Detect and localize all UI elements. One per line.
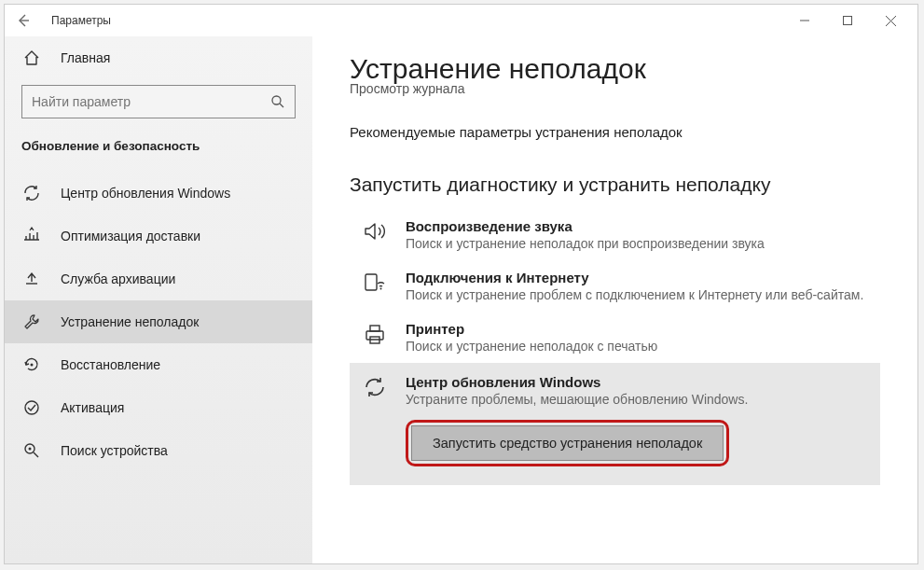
wrench-icon — [21, 312, 42, 332]
troubleshooter-title: Центр обновления Windows — [406, 374, 880, 390]
section-header: Запустить диагностику и устранить непола… — [350, 174, 880, 196]
sidebar-item-label: Устранение неполадок — [61, 314, 199, 329]
close-button[interactable] — [869, 7, 912, 35]
sidebar-item-delivery-optimization[interactable]: Оптимизация доставки — [5, 215, 312, 257]
troubleshooter-title: Подключения к Интернету — [406, 270, 880, 285]
svg-rect-14 — [370, 326, 379, 331]
maximize-button[interactable] — [826, 7, 869, 35]
search-icon — [270, 94, 285, 109]
sidebar-item-label: Служба архивации — [61, 271, 175, 286]
window-title: Параметры — [51, 14, 111, 27]
sync-icon — [21, 183, 42, 203]
troubleshooter-title: Воспроизведение звука — [406, 218, 880, 234]
callout-highlight: Запустить средство устранения неполадок — [406, 420, 729, 466]
delivery-icon — [21, 226, 42, 246]
troubleshooter-desc: Поиск и устранение проблем с подключение… — [406, 287, 880, 302]
sidebar: Главная Обновление и безопасность Центр … — [5, 36, 312, 563]
svg-rect-11 — [365, 274, 377, 290]
window-controls — [783, 7, 912, 35]
troubleshooter-desc: Поиск и устранение неполадок с печатью — [406, 339, 880, 354]
printer-icon — [359, 321, 391, 353]
sidebar-item-label: Восстановление — [61, 357, 160, 372]
speaker-icon — [359, 218, 391, 250]
home-nav[interactable]: Главная — [5, 36, 312, 79]
svg-point-7 — [25, 401, 38, 414]
svg-rect-13 — [366, 331, 383, 340]
find-device-icon — [21, 440, 42, 461]
svg-line-5 — [280, 104, 283, 107]
search-box[interactable] — [21, 85, 296, 118]
home-icon — [21, 48, 42, 68]
titlebar: Параметры — [5, 5, 917, 36]
arrow-left-icon — [16, 13, 31, 28]
sidebar-item-backup[interactable]: Служба архивации — [5, 257, 312, 300]
troubleshooter-audio[interactable]: Воспроизведение звука Поиск и устранение… — [350, 209, 880, 260]
svg-point-12 — [380, 288, 382, 290]
activation-icon — [21, 397, 42, 418]
search-input[interactable] — [32, 94, 270, 109]
maximize-icon — [843, 16, 852, 25]
sync-icon — [359, 374, 391, 406]
sidebar-item-activation[interactable]: Активация — [5, 386, 312, 429]
sidebar-item-label: Центр обновления Windows — [61, 186, 230, 201]
minimize-icon — [800, 16, 809, 25]
sidebar-item-recovery[interactable]: Восстановление — [5, 343, 312, 386]
troubleshooter-printer[interactable]: Принтер Поиск и устранение неполадок с п… — [350, 312, 880, 363]
svg-point-4 — [272, 96, 281, 104]
sidebar-item-label: Активация — [61, 400, 124, 415]
recovery-icon — [21, 355, 42, 375]
minimize-button[interactable] — [783, 7, 826, 35]
svg-rect-1 — [844, 17, 852, 25]
troubleshooter-title: Принтер — [406, 321, 880, 337]
back-button[interactable] — [10, 7, 36, 34]
troubleshooter-desc: Поиск и устранение неполадок при воспрои… — [406, 236, 880, 251]
sidebar-item-troubleshoot[interactable]: Устранение неполадок — [5, 300, 312, 343]
content: Устранение неполадок Просмотр журнала Ре… — [312, 36, 917, 563]
troubleshooter-desc: Устраните проблемы, мешающие обновлению … — [406, 392, 880, 407]
backup-icon — [21, 269, 42, 289]
recommended-text: Рекомендуемые параметры устранения непол… — [350, 124, 880, 140]
close-icon — [886, 16, 896, 26]
svg-point-6 — [31, 364, 34, 367]
settings-window: Параметры Главная Обновление и безопасно… — [4, 4, 918, 564]
sidebar-item-label: Оптимизация доставки — [61, 229, 200, 243]
home-label: Главная — [61, 50, 110, 65]
sidebar-item-find-device[interactable]: Поиск устройства — [5, 429, 312, 472]
sidebar-item-windows-update[interactable]: Центр обновления Windows — [5, 172, 312, 215]
search-container — [5, 79, 312, 126]
svg-line-9 — [34, 452, 38, 457]
body: Главная Обновление и безопасность Центр … — [5, 36, 917, 563]
sidebar-section-header: Обновление и безопасность — [5, 126, 312, 162]
wifi-icon — [359, 270, 391, 301]
run-troubleshooter-button[interactable]: Запустить средство устранения неполадок — [411, 425, 724, 461]
troubleshooter-windows-update[interactable]: Центр обновления Windows Устраните пробл… — [350, 363, 880, 485]
page-title: Устранение неполадок — [350, 53, 880, 85]
troubleshooter-internet[interactable]: Подключения к Интернету Поиск и устранен… — [350, 260, 880, 312]
svg-point-10 — [29, 448, 32, 451]
sidebar-item-label: Поиск устройства — [61, 443, 168, 458]
